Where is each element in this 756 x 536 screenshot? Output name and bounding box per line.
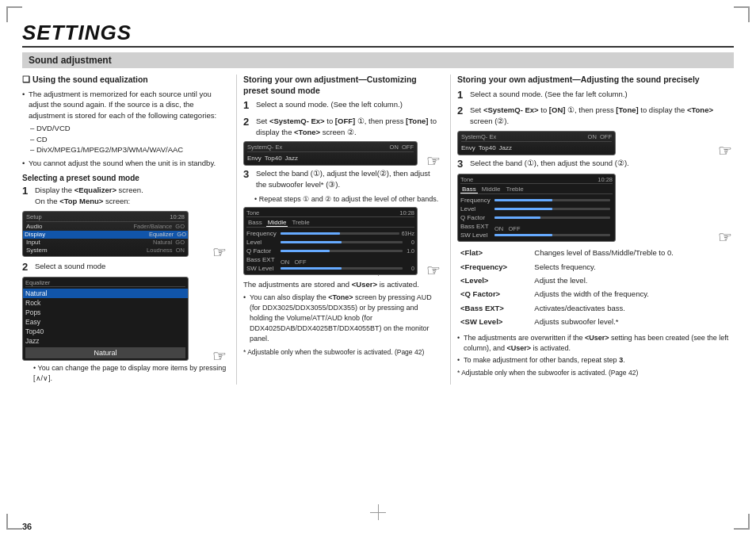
corner-mark-bl [6, 514, 22, 530]
right-step-3-content: Select the band (①), then adjust the sou… [470, 158, 734, 169]
mid-tone-adj-wrap: Tone 10:28 Bass Middle Treble Frequency … [243, 207, 442, 275]
tas-header: Tone 10:28 [246, 209, 414, 217]
right-tas-tab-treble: Treble [504, 186, 525, 193]
table-row-qfactor: <Q Factor> Adjusts the width of the freq… [459, 288, 732, 300]
table-row-swlevel: <SW Level> Adjusts subwoofer level.* [459, 316, 732, 327]
right-note-2: To make adjustment for other bands, repe… [457, 355, 734, 366]
table-row-flat: <Flat> Changes level of Bass/Middle/Treb… [459, 247, 732, 258]
tas-row-qfactor: Q Factor 1.0 [246, 247, 414, 255]
mid-step-3-note: • Repeat steps ① and ② to adjust the lev… [243, 194, 442, 205]
cat-divx: – DivX/MPEG1/MPEG2/MP3/WMA/WAV/AAC [22, 144, 228, 155]
left-heading: ❑ Using the sound equalization [22, 75, 228, 86]
table-key-level: <Level> [459, 274, 531, 286]
mid-tone-screen-wrap: SystemQ- Ex ON OFF Envy Top40 Jazz ☞ [243, 141, 442, 166]
table-key-qfactor: <Q Factor> [459, 288, 531, 300]
right-step-1-num: 1 [457, 89, 470, 101]
right-tas-row-bassext: Bass EXT ON OFF [460, 222, 613, 231]
mid-step-1-content: Select a sound mode. (See the left colum… [256, 99, 442, 110]
eq-top40: Top40 [25, 327, 185, 336]
setup-screen-header: Setup 10:28 [26, 213, 185, 222]
right-tas-header: Tone 10:28 [460, 176, 613, 184]
screen-row-input: Input Natural GO [26, 239, 185, 247]
cat-dvd: – DVD/VCD [22, 123, 228, 134]
tas-slider-q [281, 250, 403, 252]
right-footnote: * Adjustable only when the subwoofer is … [457, 369, 734, 378]
step-1-num: 1 [22, 185, 35, 197]
corner-mark-tr [734, 6, 750, 22]
table-val-level: Adjust the level. [533, 274, 732, 286]
right-step-2-num: 2 [457, 105, 470, 117]
eq-screen-wrap: Equalizer Natural Rock Pops Easy Top40 J… [22, 277, 228, 361]
mid-extra-note: You can also display the <Tone> screen b… [243, 293, 442, 344]
mid-step-2: 2 Set <SystemQ- Ex> to [OFF] ①, then pre… [243, 116, 442, 138]
tas-slider-sw [281, 267, 403, 270]
hand-icon-2: ☞ [212, 346, 227, 366]
table-key-swlevel: <SW Level> [459, 316, 531, 327]
right-tas-tab-middle: Middle [480, 186, 502, 193]
mid-step-3-content: Select the band (①), adjust the level(②)… [256, 168, 442, 190]
step-2-note: • You can change the page to display mor… [22, 363, 228, 383]
tas-row-bassext: Bass EXT ON OFF [246, 255, 414, 264]
right-tas-row-swlevel: SW Level [460, 231, 613, 239]
table-row-frequency: <Frequency> Selects frequency. [459, 261, 732, 273]
left-column: ❑ Using the sound equalization The adjus… [22, 75, 228, 385]
right-step-3: 3 Select the band (①), then adjust the s… [457, 158, 734, 170]
hand-icon-3: ☞ [426, 151, 441, 170]
table-key-bassext: <Bass EXT> [459, 302, 531, 314]
preset-heading: Selecting a preset sound mode [22, 174, 228, 182]
eq-pops: Pops [25, 308, 185, 317]
setup-screen: Setup 10:28 Audio Fader/Balance GO Displ… [22, 211, 189, 257]
mid-conclusion: The adjustments are stored and <User> is… [243, 279, 442, 290]
bullet-1: The adjustment is memorized for each sou… [22, 89, 228, 121]
right-tas-row-freq: Frequency [460, 196, 613, 205]
right-screen2-items: Envy Top40 Jazz [461, 143, 612, 153]
tas-tab-bass: Bass [246, 219, 264, 227]
tas-row-swlevel: SW Level 0 [246, 264, 414, 273]
settings-table: <Flat> Changes level of Bass/Middle/Treb… [457, 245, 734, 329]
right-column: Storing your own adjustment—Adjusting th… [450, 75, 734, 385]
screen-row-audio: Audio Fader/Balance GO [26, 223, 185, 231]
right-tas-slider-level [494, 208, 610, 210]
corner-mark-br [734, 514, 750, 530]
bullet-2: You cannot adjust the sound when the uni… [22, 158, 228, 169]
tas-tabs: Bass Middle Treble [246, 219, 414, 228]
table-val-frequency: Selects frequency. [533, 261, 732, 273]
tas-row-freq: Frequency 63Hz [246, 229, 414, 238]
tas-tab-middle: Middle [266, 219, 288, 227]
table-val-qfactor: Adjusts the width of the frequency. [533, 288, 732, 300]
eq-rock: Rock [25, 298, 185, 308]
eq-preview: Natural [25, 347, 185, 358]
right-step-1-content: Select a sound mode. (See the far left c… [470, 89, 734, 100]
setup-screen-wrap: Setup 10:28 Audio Fader/Balance GO Displ… [22, 211, 228, 257]
right-step-1: 1 Select a sound mode. (See the far left… [457, 89, 734, 101]
table-key-flat: <Flat> [459, 247, 531, 258]
mid-footnote: * Adjustable only when the subwoofer is … [243, 348, 442, 358]
content-columns: ❑ Using the sound equalization The adjus… [22, 75, 734, 385]
screen-row-display: Display Equalizer GO [23, 231, 188, 239]
right-heading: Storing your own adjustment—Adjusting th… [457, 75, 734, 86]
mid-step-1-num: 1 [243, 99, 256, 112]
table-val-bassext: Activates/deactivates bass. [533, 302, 732, 314]
right-tas-slider-sw [494, 234, 610, 236]
mid-step-3-num: 3 [243, 168, 256, 181]
tas-tab-treble: Treble [290, 219, 311, 227]
right-tas-slider-freq [494, 199, 610, 201]
step-1: 1 Display the <Equalizer> screen. On the… [22, 185, 228, 207]
right-tone-adj-wrap: Tone 10:28 Bass Middle Treble Frequency … [457, 174, 734, 242]
right-tas-tabs: Bass Middle Treble [460, 186, 613, 194]
eq-easy: Easy [25, 317, 185, 327]
right-tas-row-qfactor: Q Factor [460, 213, 613, 222]
step-1-content: Display the <Equalizer> screen. On the <… [35, 185, 228, 207]
page-title: SETTINGS [22, 22, 734, 43]
step-2-content: Select a sound mode [35, 261, 228, 272]
mid-tone-adj-screen: Tone 10:28 Bass Middle Treble Frequency … [243, 207, 418, 275]
tas-slider-level [281, 241, 403, 243]
middle-column: Storing your own adjustment—Customizing … [236, 75, 442, 385]
right-note-1: The adjustments are overwritten if the <… [457, 333, 734, 354]
tas-slider-freq [281, 232, 399, 235]
corner-mark-tl [6, 6, 22, 22]
tas-row-level: Level 0 [246, 238, 414, 247]
mid-tone-items: Envy Top40 Jazz [247, 153, 414, 163]
right-tas-slider-bassext: ON OFF [494, 225, 610, 228]
right-tas-row-level: Level [460, 205, 613, 213]
